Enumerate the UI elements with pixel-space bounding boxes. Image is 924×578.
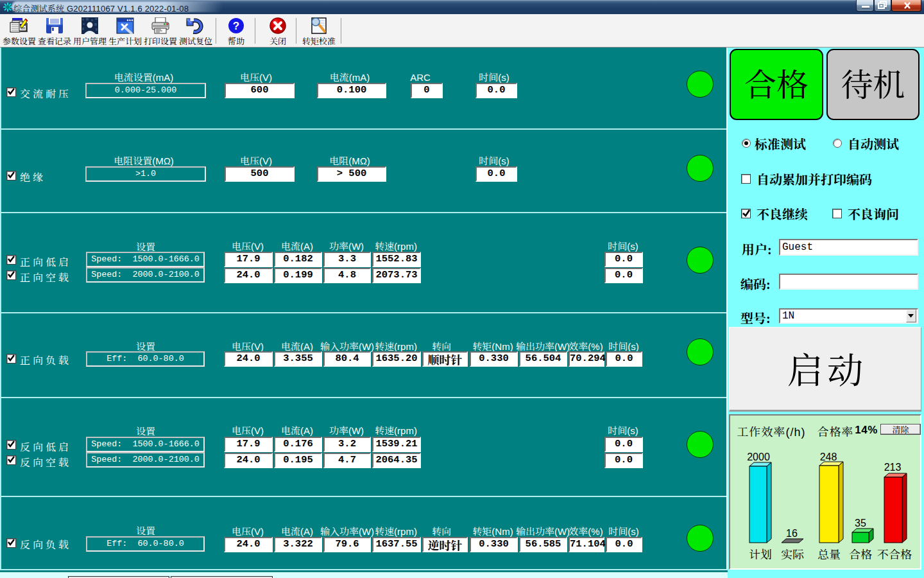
- svg-text:?: ?: [233, 20, 239, 32]
